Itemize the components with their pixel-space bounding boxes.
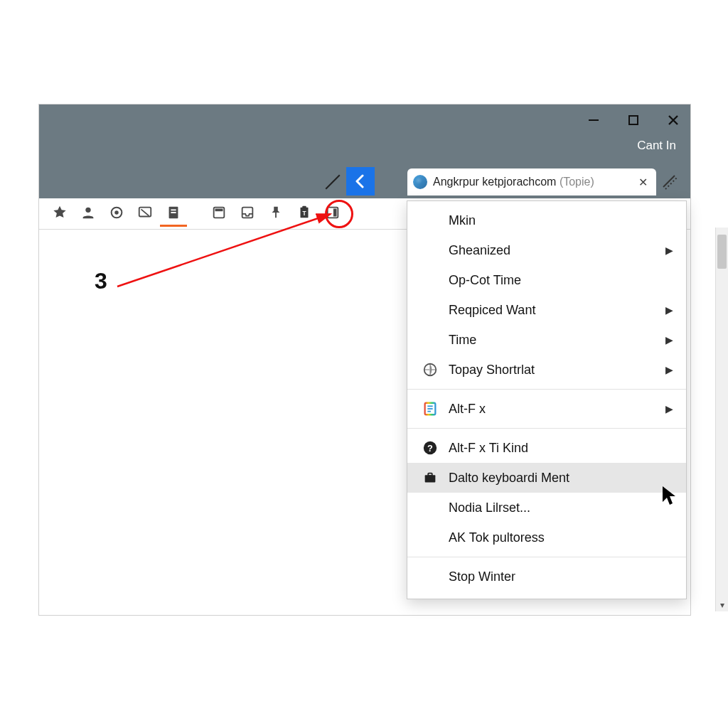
menu-item[interactable]: Nodia Lilrset... [407,493,686,523]
svg-rect-8 [171,212,176,213]
scrollbar-thumb[interactable] [717,235,727,269]
annotation-step-number: 3 [95,268,107,294]
menu-item[interactable]: Gheanized▶ [407,235,686,265]
menu-item[interactable]: Reqpiced Want▶ [407,295,686,325]
svg-point-4 [114,210,119,215]
maximize-button[interactable] [623,110,643,130]
window-controls [584,110,683,130]
cursor-pointer-icon [661,485,680,509]
svg-text:?: ? [427,443,433,454]
menu-item[interactable]: Topay Shortrlat▶ [407,355,686,385]
auto-fix-icon[interactable] [660,173,678,193]
context-menu: Mkin Gheanized▶ Op-Cot Time Reqpiced Wan… [407,200,687,599]
pin-icon[interactable] [262,201,289,227]
scrollbar-down-icon[interactable]: ▾ [716,600,728,610]
menu-item[interactable]: Alt-F x▶ [407,394,686,424]
svg-rect-1 [629,116,638,124]
panel-right-icon[interactable] [319,201,346,227]
svg-rect-21 [427,408,432,410]
tab-strip: Angkrpur ketpjorachcom (Topie) ✕ [39,164,690,198]
chevron-right-icon: ▶ [665,245,673,256]
minimize-button[interactable] [584,110,604,130]
svg-rect-13 [302,206,306,209]
briefcase-icon [420,470,440,486]
svg-rect-0 [589,119,599,121]
menu-separator [407,557,686,557]
profile-icon[interactable] [75,201,102,227]
clipboard-icon[interactable]: T [291,201,318,227]
panel-top-icon[interactable] [205,201,232,227]
help-icon: ? [420,440,440,456]
chevron-right-icon: ▶ [665,364,673,375]
sign-in-link[interactable]: Cant In [637,139,676,153]
notes-icon[interactable] [160,201,187,227]
menu-item[interactable]: Time▶ [407,325,686,355]
svg-rect-26 [428,473,432,476]
menu-item-hovered[interactable]: Dalto keyboardi Ment [407,463,686,493]
refresh-icon[interactable] [103,201,130,227]
svg-rect-20 [427,405,432,407]
tab-favicon-icon [413,175,427,189]
svg-text:T: T [302,210,306,217]
vertical-scrollbar[interactable]: ▾ [715,228,728,611]
titlebar: Cant In [39,105,690,164]
menu-item[interactable]: ? Alt-F x Ti Kind [407,433,686,463]
menu-separator [407,428,686,429]
svg-rect-22 [427,411,431,412]
globe-icon [420,362,440,378]
document-multicolor-icon [420,401,440,417]
tab-title: Angkrpur ketpjorachcom (Topie) [433,176,630,188]
favorites-star-icon[interactable] [46,201,73,227]
tab-close-button[interactable]: ✕ [636,176,651,189]
svg-rect-16 [333,209,337,217]
inbox-icon[interactable] [234,201,261,227]
svg-rect-10 [215,209,223,212]
edit-icon[interactable] [323,173,342,194]
svg-rect-7 [171,209,176,210]
menu-item[interactable]: AK Tok pultoress [407,523,686,552]
chevron-right-icon: ▶ [665,334,673,346]
chevron-right-icon: ▶ [665,304,673,316]
browser-tab[interactable]: Angkrpur ketpjorachcom (Topie) ✕ [407,168,656,196]
mail-compose-icon[interactable] [132,201,159,227]
menu-item[interactable]: Stop Winter [407,562,686,592]
menu-item[interactable]: Mkin [407,205,686,235]
close-button[interactable] [663,110,683,130]
back-button[interactable] [346,167,375,196]
svg-point-2 [85,208,90,213]
menu-separator [407,389,686,390]
chevron-right-icon: ▶ [665,403,673,414]
menu-item[interactable]: Op-Cot Time [407,265,686,295]
